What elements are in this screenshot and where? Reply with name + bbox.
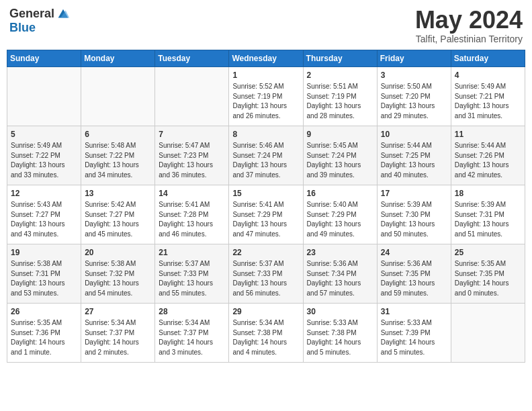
day-number: 5: [11, 129, 77, 140]
day-number: 16: [307, 188, 373, 199]
calendar-cell: 29Sunrise: 5:34 AM Sunset: 7:38 PM Dayli…: [229, 303, 303, 362]
day-number: 1: [232, 70, 299, 81]
calendar-cell: 2Sunrise: 5:51 AM Sunset: 7:19 PM Daylig…: [303, 66, 377, 126]
calendar-cell: 3Sunrise: 5:50 AM Sunset: 7:20 PM Daylig…: [377, 66, 451, 126]
month-title: May 2024: [415, 7, 523, 34]
day-number: 27: [85, 306, 151, 318]
calendar-cell: 1Sunrise: 5:52 AM Sunset: 7:19 PM Daylig…: [229, 66, 303, 126]
calendar-cell: 15Sunrise: 5:41 AM Sunset: 7:29 PM Dayli…: [229, 185, 303, 244]
calendar-cell: 28Sunrise: 5:34 AM Sunset: 7:37 PM Dayli…: [155, 303, 229, 362]
day-info: Sunrise: 5:42 AM Sunset: 7:27 PM Dayligh…: [85, 200, 151, 239]
day-number: 18: [455, 188, 521, 199]
day-info: Sunrise: 5:34 AM Sunset: 7:37 PM Dayligh…: [159, 318, 225, 357]
day-number: 25: [455, 247, 521, 259]
day-number: 4: [455, 70, 521, 81]
day-info: Sunrise: 5:49 AM Sunset: 7:22 PM Dayligh…: [11, 141, 77, 180]
column-header-saturday: Saturday: [451, 50, 525, 66]
calendar-cell: 4Sunrise: 5:49 AM Sunset: 7:21 PM Daylig…: [451, 66, 525, 126]
calendar-cell: 11Sunrise: 5:44 AM Sunset: 7:26 PM Dayli…: [451, 126, 525, 185]
day-number: 23: [307, 247, 373, 259]
calendar-cell: 26Sunrise: 5:35 AM Sunset: 7:36 PM Dayli…: [7, 303, 81, 362]
day-info: Sunrise: 5:39 AM Sunset: 7:31 PM Dayligh…: [455, 200, 521, 239]
day-info: Sunrise: 5:38 AM Sunset: 7:31 PM Dayligh…: [11, 259, 77, 298]
calendar-cell: [155, 66, 229, 126]
calendar-cell: 25Sunrise: 5:35 AM Sunset: 7:35 PM Dayli…: [451, 244, 525, 303]
day-number: 12: [11, 188, 77, 199]
day-info: Sunrise: 5:38 AM Sunset: 7:32 PM Dayligh…: [85, 259, 151, 298]
column-header-tuesday: Tuesday: [155, 50, 229, 66]
calendar-week-2: 5Sunrise: 5:49 AM Sunset: 7:22 PM Daylig…: [7, 126, 525, 185]
calendar-cell: 14Sunrise: 5:41 AM Sunset: 7:28 PM Dayli…: [155, 185, 229, 244]
day-info: Sunrise: 5:37 AM Sunset: 7:33 PM Dayligh…: [159, 259, 225, 298]
column-header-wednesday: Wednesday: [229, 50, 303, 66]
day-info: Sunrise: 5:44 AM Sunset: 7:26 PM Dayligh…: [455, 141, 521, 180]
calendar-cell: 19Sunrise: 5:38 AM Sunset: 7:31 PM Dayli…: [7, 244, 81, 303]
calendar-table: SundayMondayTuesdayWednesdayThursdayFrid…: [7, 50, 525, 363]
day-info: Sunrise: 5:46 AM Sunset: 7:24 PM Dayligh…: [232, 141, 299, 180]
calendar-cell: 21Sunrise: 5:37 AM Sunset: 7:33 PM Dayli…: [155, 244, 229, 303]
day-number: 8: [232, 129, 299, 140]
calendar-cell: 12Sunrise: 5:43 AM Sunset: 7:27 PM Dayli…: [7, 185, 81, 244]
calendar-body: 1Sunrise: 5:52 AM Sunset: 7:19 PM Daylig…: [7, 66, 525, 362]
day-info: Sunrise: 5:44 AM Sunset: 7:25 PM Dayligh…: [381, 141, 447, 180]
calendar-cell: 10Sunrise: 5:44 AM Sunset: 7:25 PM Dayli…: [377, 126, 451, 185]
calendar-header-row: SundayMondayTuesdayWednesdayThursdayFrid…: [7, 50, 525, 66]
column-header-sunday: Sunday: [7, 50, 81, 66]
column-header-thursday: Thursday: [303, 50, 377, 66]
logo: General Blue: [9, 7, 71, 35]
day-number: 31: [381, 306, 447, 318]
calendar-week-5: 26Sunrise: 5:35 AM Sunset: 7:36 PM Dayli…: [7, 303, 525, 362]
logo-blue: Blue: [9, 21, 71, 35]
day-number: 11: [455, 129, 521, 140]
calendar-cell: 6Sunrise: 5:48 AM Sunset: 7:22 PM Daylig…: [81, 126, 155, 185]
day-number: 22: [232, 247, 299, 259]
day-info: Sunrise: 5:33 AM Sunset: 7:39 PM Dayligh…: [381, 318, 447, 357]
location-title: Talfit, Palestinian Territory: [415, 34, 523, 44]
calendar-cell: 9Sunrise: 5:45 AM Sunset: 7:24 PM Daylig…: [303, 126, 377, 185]
day-number: 28: [159, 306, 225, 318]
day-info: Sunrise: 5:36 AM Sunset: 7:35 PM Dayligh…: [381, 259, 447, 298]
day-info: Sunrise: 5:52 AM Sunset: 7:19 PM Dayligh…: [232, 82, 299, 121]
day-info: Sunrise: 5:34 AM Sunset: 7:38 PM Dayligh…: [232, 318, 299, 357]
calendar-cell: 7Sunrise: 5:47 AM Sunset: 7:23 PM Daylig…: [155, 126, 229, 185]
day-number: 3: [381, 70, 447, 81]
day-number: 24: [381, 247, 447, 259]
day-info: Sunrise: 5:39 AM Sunset: 7:30 PM Dayligh…: [381, 200, 447, 239]
day-info: Sunrise: 5:35 AM Sunset: 7:35 PM Dayligh…: [455, 259, 521, 298]
calendar-cell: 20Sunrise: 5:38 AM Sunset: 7:32 PM Dayli…: [81, 244, 155, 303]
calendar-cell: 23Sunrise: 5:36 AM Sunset: 7:34 PM Dayli…: [303, 244, 377, 303]
day-number: 14: [159, 188, 225, 199]
day-info: Sunrise: 5:37 AM Sunset: 7:33 PM Dayligh…: [232, 259, 299, 298]
day-number: 2: [307, 70, 373, 81]
day-number: 30: [307, 306, 373, 318]
calendar-cell: [7, 66, 81, 126]
day-info: Sunrise: 5:43 AM Sunset: 7:27 PM Dayligh…: [11, 200, 77, 239]
calendar-week-3: 12Sunrise: 5:43 AM Sunset: 7:27 PM Dayli…: [7, 185, 525, 244]
day-number: 13: [85, 188, 151, 199]
calendar-cell: 22Sunrise: 5:37 AM Sunset: 7:33 PM Dayli…: [229, 244, 303, 303]
calendar-week-4: 19Sunrise: 5:38 AM Sunset: 7:31 PM Dayli…: [7, 244, 525, 303]
day-info: Sunrise: 5:41 AM Sunset: 7:28 PM Dayligh…: [159, 200, 225, 239]
title-area: May 2024 Talfit, Palestinian Territory: [415, 7, 523, 44]
calendar-cell: 17Sunrise: 5:39 AM Sunset: 7:30 PM Dayli…: [377, 185, 451, 244]
page-header: General Blue May 2024 Talfit, Palestinia…: [7, 7, 525, 44]
day-number: 20: [85, 247, 151, 259]
calendar-cell: [81, 66, 155, 126]
column-header-monday: Monday: [81, 50, 155, 66]
calendar-cell: 13Sunrise: 5:42 AM Sunset: 7:27 PM Dayli…: [81, 185, 155, 244]
calendar-cell: 16Sunrise: 5:40 AM Sunset: 7:29 PM Dayli…: [303, 185, 377, 244]
day-number: 15: [232, 188, 299, 199]
calendar-cell: 5Sunrise: 5:49 AM Sunset: 7:22 PM Daylig…: [7, 126, 81, 185]
day-info: Sunrise: 5:34 AM Sunset: 7:37 PM Dayligh…: [85, 318, 151, 357]
logo-general: General: [9, 7, 54, 21]
calendar-cell: 24Sunrise: 5:36 AM Sunset: 7:35 PM Dayli…: [377, 244, 451, 303]
day-info: Sunrise: 5:41 AM Sunset: 7:29 PM Dayligh…: [232, 200, 299, 239]
day-number: 10: [381, 129, 447, 140]
day-info: Sunrise: 5:45 AM Sunset: 7:24 PM Dayligh…: [307, 141, 373, 180]
day-info: Sunrise: 5:47 AM Sunset: 7:23 PM Dayligh…: [159, 141, 225, 180]
day-number: 17: [381, 188, 447, 199]
day-info: Sunrise: 5:49 AM Sunset: 7:21 PM Dayligh…: [455, 82, 521, 121]
day-number: 6: [85, 129, 151, 140]
logo-icon: [56, 7, 71, 21]
calendar-week-1: 1Sunrise: 5:52 AM Sunset: 7:19 PM Daylig…: [7, 66, 525, 126]
